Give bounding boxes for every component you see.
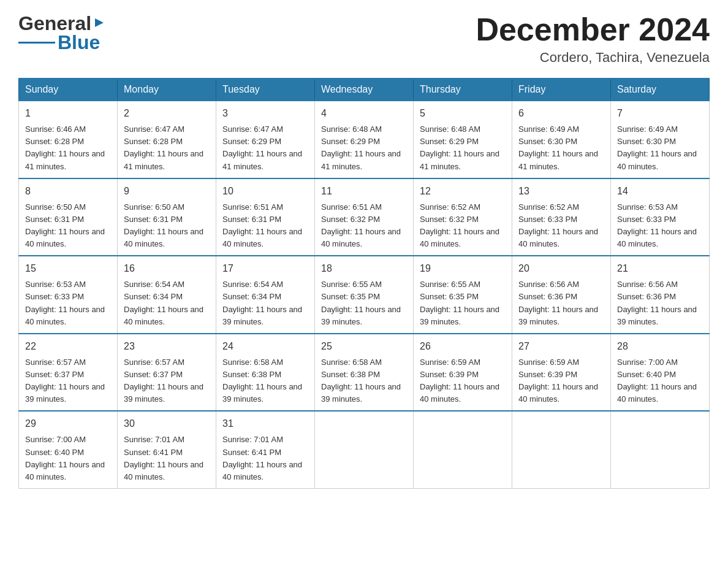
day-number: 20 (518, 261, 604, 276)
week-row-4: 22 Sunrise: 6:57 AMSunset: 6:37 PMDaylig… (19, 334, 710, 412)
title-area: December 2024 Cordero, Tachira, Venezuel… (476, 12, 710, 66)
day-number: 30 (124, 416, 210, 431)
header-friday: Friday (512, 79, 611, 101)
location-subtitle: Cordero, Tachira, Venezuela (476, 50, 710, 66)
calendar-cell: 7 Sunrise: 6:49 AMSunset: 6:30 PMDayligh… (611, 101, 710, 178)
day-number: 28 (617, 339, 703, 354)
day-info: Sunrise: 6:50 AMSunset: 6:31 PMDaylight:… (124, 201, 210, 251)
day-info: Sunrise: 6:51 AMSunset: 6:31 PMDaylight:… (222, 201, 308, 251)
day-info: Sunrise: 6:50 AMSunset: 6:31 PMDaylight:… (25, 201, 111, 251)
calendar-cell: 22 Sunrise: 6:57 AMSunset: 6:37 PMDaylig… (19, 334, 118, 412)
calendar-cell: 13 Sunrise: 6:52 AMSunset: 6:33 PMDaylig… (512, 178, 611, 256)
calendar-cell: 29 Sunrise: 7:00 AMSunset: 6:40 PMDaylig… (19, 411, 118, 488)
calendar-cell: 2 Sunrise: 6:47 AMSunset: 6:28 PMDayligh… (118, 101, 216, 178)
day-number: 29 (25, 416, 111, 431)
calendar-cell: 18 Sunrise: 6:55 AMSunset: 6:35 PMDaylig… (315, 256, 414, 334)
weekday-header-row: Sunday Monday Tuesday Wednesday Thursday… (19, 79, 710, 101)
day-number: 23 (124, 339, 210, 354)
logo: General Blue (18, 12, 106, 54)
calendar-cell: 23 Sunrise: 6:57 AMSunset: 6:37 PMDaylig… (118, 334, 216, 412)
header-tuesday: Tuesday (216, 79, 315, 101)
day-info: Sunrise: 6:47 AMSunset: 6:29 PMDaylight:… (222, 123, 308, 173)
logo-blue-text: Blue (58, 31, 100, 54)
calendar-cell (414, 411, 512, 488)
day-info: Sunrise: 6:57 AMSunset: 6:37 PMDaylight:… (124, 356, 210, 406)
calendar-cell: 8 Sunrise: 6:50 AMSunset: 6:31 PMDayligh… (19, 178, 118, 256)
day-info: Sunrise: 6:53 AMSunset: 6:33 PMDaylight:… (617, 201, 703, 251)
calendar-cell: 14 Sunrise: 6:53 AMSunset: 6:33 PMDaylig… (611, 178, 710, 256)
header-sunday: Sunday (19, 79, 118, 101)
calendar-cell: 6 Sunrise: 6:49 AMSunset: 6:30 PMDayligh… (512, 101, 611, 178)
day-number: 15 (25, 261, 111, 276)
day-number: 19 (420, 261, 506, 276)
day-number: 25 (321, 339, 407, 354)
day-info: Sunrise: 6:56 AMSunset: 6:36 PMDaylight:… (518, 278, 604, 328)
day-info: Sunrise: 6:59 AMSunset: 6:39 PMDaylight:… (420, 356, 506, 406)
week-row-1: 1 Sunrise: 6:46 AMSunset: 6:28 PMDayligh… (19, 101, 710, 178)
calendar-cell: 1 Sunrise: 6:46 AMSunset: 6:28 PMDayligh… (19, 101, 118, 178)
calendar-cell: 21 Sunrise: 6:56 AMSunset: 6:36 PMDaylig… (611, 256, 710, 334)
day-info: Sunrise: 7:01 AMSunset: 6:41 PMDaylight:… (124, 434, 210, 483)
header-monday: Monday (118, 79, 216, 101)
day-info: Sunrise: 6:46 AMSunset: 6:28 PMDaylight:… (25, 123, 111, 173)
day-info: Sunrise: 6:55 AMSunset: 6:35 PMDaylight:… (420, 278, 506, 328)
day-number: 14 (617, 184, 703, 199)
day-info: Sunrise: 6:55 AMSunset: 6:35 PMDaylight:… (321, 278, 407, 328)
calendar-cell: 16 Sunrise: 6:54 AMSunset: 6:34 PMDaylig… (118, 256, 216, 334)
calendar-cell: 17 Sunrise: 6:54 AMSunset: 6:34 PMDaylig… (216, 256, 315, 334)
header-wednesday: Wednesday (315, 79, 414, 101)
calendar-cell: 9 Sunrise: 6:50 AMSunset: 6:31 PMDayligh… (118, 178, 216, 256)
day-number: 17 (222, 261, 308, 276)
day-number: 9 (124, 184, 210, 199)
day-info: Sunrise: 6:47 AMSunset: 6:28 PMDaylight:… (124, 123, 210, 173)
day-info: Sunrise: 6:57 AMSunset: 6:37 PMDaylight:… (25, 356, 111, 406)
day-number: 16 (124, 261, 210, 276)
day-info: Sunrise: 6:48 AMSunset: 6:29 PMDaylight:… (321, 123, 407, 173)
day-number: 2 (124, 106, 210, 121)
calendar-cell: 5 Sunrise: 6:48 AMSunset: 6:29 PMDayligh… (414, 101, 512, 178)
day-number: 1 (25, 106, 111, 121)
calendar-cell: 27 Sunrise: 6:59 AMSunset: 6:39 PMDaylig… (512, 334, 611, 412)
calendar-cell: 11 Sunrise: 6:51 AMSunset: 6:32 PMDaylig… (315, 178, 414, 256)
calendar-cell: 20 Sunrise: 6:56 AMSunset: 6:36 PMDaylig… (512, 256, 611, 334)
calendar-cell: 24 Sunrise: 6:58 AMSunset: 6:38 PMDaylig… (216, 334, 315, 412)
day-number: 24 (222, 339, 308, 354)
day-number: 10 (222, 184, 308, 199)
day-info: Sunrise: 6:51 AMSunset: 6:32 PMDaylight:… (321, 201, 407, 251)
calendar-cell: 12 Sunrise: 6:52 AMSunset: 6:32 PMDaylig… (414, 178, 512, 256)
week-row-5: 29 Sunrise: 7:00 AMSunset: 6:40 PMDaylig… (19, 411, 710, 488)
calendar-cell: 15 Sunrise: 6:53 AMSunset: 6:33 PMDaylig… (19, 256, 118, 334)
day-number: 6 (518, 106, 604, 121)
day-number: 5 (420, 106, 506, 121)
day-info: Sunrise: 6:54 AMSunset: 6:34 PMDaylight:… (124, 278, 210, 328)
day-info: Sunrise: 6:48 AMSunset: 6:29 PMDaylight:… (420, 123, 506, 173)
day-info: Sunrise: 6:49 AMSunset: 6:30 PMDaylight:… (518, 123, 604, 173)
week-row-3: 15 Sunrise: 6:53 AMSunset: 6:33 PMDaylig… (19, 256, 710, 334)
svg-marker-0 (95, 18, 104, 27)
day-info: Sunrise: 6:59 AMSunset: 6:39 PMDaylight:… (518, 356, 604, 406)
calendar-table: Sunday Monday Tuesday Wednesday Thursday… (18, 78, 710, 489)
day-info: Sunrise: 6:58 AMSunset: 6:38 PMDaylight:… (222, 356, 308, 406)
calendar-cell: 28 Sunrise: 7:00 AMSunset: 6:40 PMDaylig… (611, 334, 710, 412)
header-saturday: Saturday (611, 79, 710, 101)
day-number: 31 (222, 416, 308, 431)
day-info: Sunrise: 6:52 AMSunset: 6:32 PMDaylight:… (420, 201, 506, 251)
calendar-cell (512, 411, 611, 488)
calendar-cell: 31 Sunrise: 7:01 AMSunset: 6:41 PMDaylig… (216, 411, 315, 488)
day-info: Sunrise: 6:58 AMSunset: 6:38 PMDaylight:… (321, 356, 407, 406)
calendar-cell: 26 Sunrise: 6:59 AMSunset: 6:39 PMDaylig… (414, 334, 512, 412)
calendar-cell: 30 Sunrise: 7:01 AMSunset: 6:41 PMDaylig… (118, 411, 216, 488)
month-year-title: December 2024 (476, 12, 710, 47)
day-number: 22 (25, 339, 111, 354)
day-number: 11 (321, 184, 407, 199)
day-info: Sunrise: 6:53 AMSunset: 6:33 PMDaylight:… (25, 278, 111, 328)
day-info: Sunrise: 6:49 AMSunset: 6:30 PMDaylight:… (617, 123, 703, 173)
day-number: 4 (321, 106, 407, 121)
calendar-cell: 4 Sunrise: 6:48 AMSunset: 6:29 PMDayligh… (315, 101, 414, 178)
day-number: 21 (617, 261, 703, 276)
day-info: Sunrise: 6:52 AMSunset: 6:33 PMDaylight:… (518, 201, 604, 251)
calendar-cell: 25 Sunrise: 6:58 AMSunset: 6:38 PMDaylig… (315, 334, 414, 412)
header-thursday: Thursday (414, 79, 512, 101)
calendar-cell (315, 411, 414, 488)
calendar-cell: 19 Sunrise: 6:55 AMSunset: 6:35 PMDaylig… (414, 256, 512, 334)
